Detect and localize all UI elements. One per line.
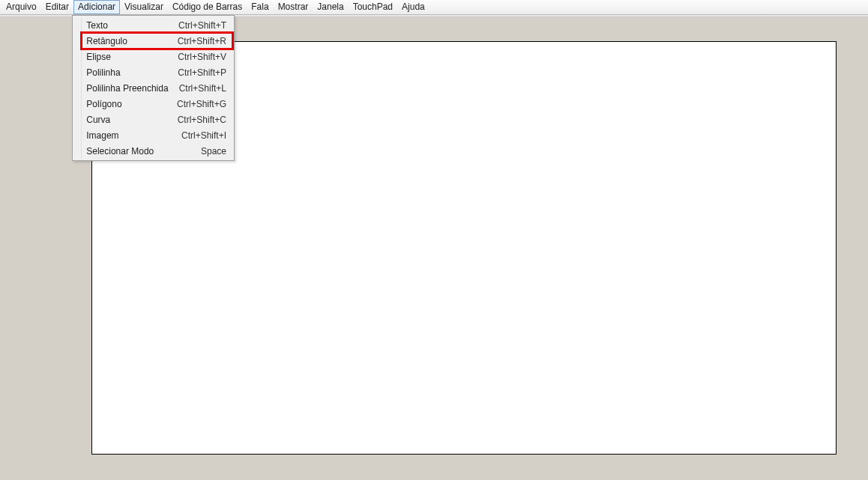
menu-mostrar[interactable]: Mostrar — [274, 0, 313, 14]
dropdown-adicionar: Texto Ctrl+Shift+T Retângulo Ctrl+Shift+… — [72, 15, 235, 161]
menu-visualizar[interactable]: Visualizar — [120, 0, 168, 14]
dd-shortcut: Ctrl+Shift+L — [169, 83, 226, 94]
menu-fala[interactable]: Fala — [247, 0, 273, 14]
dd-item-selecionar-modo[interactable]: Selecionar Modo Space — [82, 143, 232, 159]
dd-label: Retângulo — [86, 36, 127, 46]
dd-shortcut: Ctrl+Shift+V — [167, 52, 226, 62]
dd-shortcut: Ctrl+Shift+C — [167, 115, 226, 125]
menu-arquivo[interactable]: Arquivo — [1, 0, 41, 14]
menu-adicionar[interactable]: Adicionar — [73, 0, 120, 14]
dd-label: Texto — [86, 20, 108, 31]
dd-item-texto[interactable]: Texto Ctrl+Shift+T — [82, 17, 232, 33]
dd-label: Polígono — [86, 99, 121, 109]
dd-item-polilinha-preenchida[interactable]: Polilinha Preenchida Ctrl+Shift+L — [82, 80, 232, 96]
dd-shortcut: Ctrl+Shift+R — [167, 36, 226, 46]
dd-label: Polilinha — [86, 67, 120, 78]
dd-item-imagem[interactable]: Imagem Ctrl+Shift+I — [82, 127, 232, 143]
dd-label: Curva — [86, 115, 110, 125]
menu-editar[interactable]: Editar — [41, 0, 73, 14]
dd-label: Imagem — [86, 130, 118, 141]
dd-item-curva[interactable]: Curva Ctrl+Shift+C — [82, 112, 232, 127]
dropdown-list: Texto Ctrl+Shift+T Retângulo Ctrl+Shift+… — [82, 17, 232, 159]
dd-label: Polilinha Preenchida — [86, 83, 168, 94]
menu-janela[interactable]: Janela — [313, 0, 348, 14]
dropdown-icon-gutter — [74, 17, 82, 159]
dd-label: Selecionar Modo — [86, 146, 154, 157]
menubar: Arquivo Editar Adicionar Visualizar Códi… — [0, 0, 868, 15]
dd-item-retangulo[interactable]: Retângulo Ctrl+Shift+R — [82, 33, 232, 49]
menu-codigo-de-barras[interactable]: Código de Barras — [168, 0, 247, 14]
dd-item-poligono[interactable]: Polígono Ctrl+Shift+G — [82, 96, 232, 112]
dd-shortcut: Space — [190, 146, 226, 157]
dd-shortcut: Ctrl+Shift+P — [167, 67, 226, 78]
dd-item-elipse[interactable]: Elipse Ctrl+Shift+V — [82, 49, 232, 64]
dd-item-polilinha[interactable]: Polilinha Ctrl+Shift+P — [82, 64, 232, 80]
dd-shortcut: Ctrl+Shift+T — [168, 20, 226, 31]
dd-shortcut: Ctrl+Shift+I — [171, 130, 226, 141]
menu-touchpad[interactable]: TouchPad — [349, 0, 397, 14]
dd-shortcut: Ctrl+Shift+G — [166, 99, 226, 109]
dd-label: Elipse — [86, 52, 111, 62]
menu-ajuda[interactable]: Ajuda — [397, 0, 430, 14]
